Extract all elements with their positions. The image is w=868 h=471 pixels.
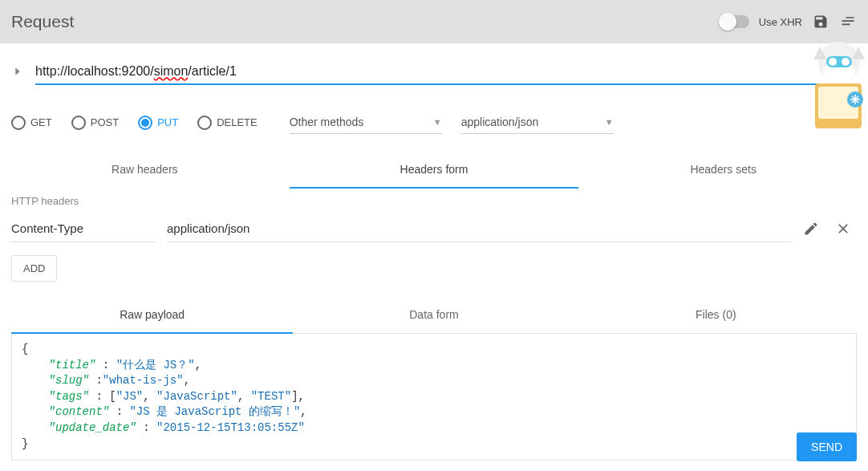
content-type-select[interactable]: application/json ▼: [461, 111, 614, 134]
url-input[interactable]: http://localhost:9200/simon/article/1: [35, 59, 857, 85]
payload-tabs: Raw payload Data form Files (0): [11, 296, 857, 334]
raw-payload-editor[interactable]: { "title" : "什么是 JS？", "slug" :"what-is-…: [11, 334, 857, 461]
other-methods-select[interactable]: Other methods ▼: [290, 111, 442, 134]
header-value-input[interactable]: [167, 215, 791, 242]
use-xhr-label: Use XHR: [759, 16, 802, 28]
page-title: Request: [11, 12, 74, 31]
dropdown-icon: ▼: [605, 117, 614, 127]
url-row: http://localhost:9200/simon/article/1: [0, 43, 868, 88]
method-get[interactable]: GET: [11, 116, 52, 130]
menu-icon[interactable]: [839, 13, 857, 30]
header-row-actions: [802, 220, 857, 238]
header-name-input[interactable]: [11, 215, 156, 242]
pencil-icon[interactable]: [802, 220, 820, 238]
header-actions: Use XHR: [720, 13, 857, 30]
app-header: Request Use XHR: [0, 0, 868, 43]
save-icon[interactable]: [812, 13, 829, 30]
close-icon[interactable]: [834, 220, 852, 238]
tab-data-form[interactable]: Data form: [293, 297, 574, 334]
tab-files[interactable]: Files (0): [575, 297, 857, 334]
use-xhr-toggle[interactable]: [720, 15, 749, 28]
tab-headers-form[interactable]: Headers form: [290, 152, 579, 189]
chevron-right-icon[interactable]: [11, 65, 24, 80]
dropdown-icon: ▼: [433, 117, 442, 127]
tab-headers-sets[interactable]: Headers sets: [578, 152, 868, 189]
method-delete[interactable]: DELETE: [197, 116, 258, 130]
method-put[interactable]: PUT: [138, 116, 178, 130]
method-row: GET POST PUT DELETE Other methods ▼ appl…: [0, 88, 868, 140]
http-headers-label: HTTP headers: [0, 189, 868, 212]
add-header-button[interactable]: ADD: [11, 255, 57, 282]
send-button[interactable]: SEND: [797, 432, 857, 461]
headers-tabs: Raw headers Headers form Headers sets: [0, 152, 868, 189]
method-post[interactable]: POST: [71, 116, 119, 130]
tab-raw-payload[interactable]: Raw payload: [11, 297, 293, 334]
tab-raw-headers[interactable]: Raw headers: [0, 152, 290, 189]
header-row: [0, 212, 868, 246]
